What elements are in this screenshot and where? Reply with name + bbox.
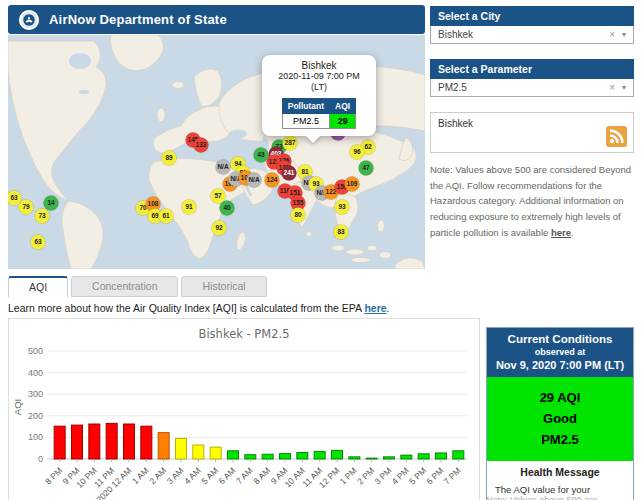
tab-bar: AQIConcentrationHistorical [8, 276, 267, 298]
world-map[interactable]: 63791473631451338970108696191924057102N/… [8, 35, 425, 269]
x-tick-label: 8 PM [43, 465, 64, 486]
learn-more-text: Learn more about how the Air Quality Ind… [8, 302, 390, 314]
aqi-marker[interactable]: N/A [247, 173, 262, 188]
aqi-marker[interactable]: 124 [265, 173, 280, 188]
x-tick-label: 5 PM [407, 465, 428, 486]
parameter-select[interactable]: PM2.5 × ▾ [430, 79, 634, 97]
bar [228, 451, 239, 459]
x-tick-label: 2 PM [355, 465, 376, 486]
bar [297, 453, 308, 459]
airnow-dos-page: AirNow Department of State [0, 0, 641, 500]
x-tick-label: 6 AM [217, 465, 238, 486]
bar [280, 454, 291, 459]
aqi-marker[interactable]: 79 [19, 200, 34, 215]
popup-col-aqi: AQI [330, 98, 356, 113]
note-text: Note: Values above 500 are considered Be… [430, 164, 631, 238]
parameter-select-value: PM2.5 [438, 82, 467, 93]
bar [418, 454, 429, 459]
x-tick-label: 7 AM [234, 465, 255, 486]
aqi-marker[interactable]: 241 [282, 166, 297, 181]
aqi-marker[interactable]: 61 [159, 209, 174, 224]
bar [176, 438, 187, 459]
epa-here-link[interactable]: here [364, 302, 386, 314]
dos-seal-icon [18, 9, 40, 31]
aqi-marker[interactable]: 89 [162, 151, 177, 166]
feed-city-label: Bishkek [438, 118, 473, 129]
bar [384, 457, 395, 459]
y-tick-label: 0 [38, 454, 43, 464]
aqi-marker[interactable]: 14 [44, 196, 59, 211]
aqi-marker[interactable]: 96 [350, 145, 365, 160]
tab-concentration[interactable]: Concentration [71, 276, 178, 297]
popup-lt: (LT) [268, 82, 370, 93]
bar [54, 426, 65, 459]
aqi-marker[interactable]: N/A [216, 160, 231, 175]
bar [124, 424, 135, 459]
y-tick-label: 300 [28, 389, 43, 399]
aqi-marker[interactable]: 80 [291, 208, 306, 223]
y-tick-label: 400 [28, 368, 43, 378]
x-tick-label: 8 AM [251, 465, 272, 486]
bar [193, 445, 204, 459]
map-popup: Bishkek 2020-11-09 7:00 PM (LT) Pollutan… [262, 55, 376, 136]
parameter-panel: Select a Parameter PM2.5 × ▾ [430, 59, 634, 97]
bar [401, 455, 412, 459]
aqi-marker[interactable]: 287 [283, 136, 298, 151]
clear-icon[interactable]: × [609, 29, 615, 40]
note-here-link[interactable]: here [551, 227, 571, 238]
y-tick-label: 500 [28, 346, 43, 356]
tab-historical[interactable]: Historical [181, 276, 266, 297]
aqi-marker[interactable]: 133 [194, 138, 209, 153]
bar [245, 455, 256, 459]
y-tick-label: 100 [28, 432, 43, 442]
health-message-title: Health Message [495, 466, 625, 478]
x-tick-label: 7 PM [442, 465, 463, 486]
aqi-marker[interactable]: 83 [334, 225, 349, 240]
popup-table: Pollutant AQI PM2.5 29 [282, 98, 356, 129]
x-tick-label: 1 AM [130, 465, 151, 486]
aqi-marker[interactable]: 109 [345, 177, 360, 192]
bar [314, 451, 325, 459]
current-conditions-panel: Current Conditions observed at Nov 9, 20… [486, 327, 634, 500]
city-feed-box: Bishkek [430, 112, 634, 153]
x-tick-label: 6 PM [424, 465, 445, 486]
aqi-chart-card: Bishkek - PM2.5 AQI 01002003004005008 PM… [8, 318, 480, 500]
bar [436, 453, 447, 459]
aqi-marker[interactable]: 40 [220, 201, 235, 216]
observed-at-label: observed at [491, 347, 629, 357]
aqi-parameter: PM2.5 [491, 430, 629, 451]
chart-svg: AQI 01002003004005008 PM9 PM10 PM11 PM20… [9, 341, 479, 500]
bar [262, 454, 273, 459]
learn-more-suffix: . [387, 302, 390, 314]
page-title: AirNow Department of State [49, 12, 227, 27]
popup-datetime: 2020-11-09 7:00 PM [268, 71, 370, 82]
chart-title: Bishkek - PM2.5 [9, 327, 479, 341]
aqi-marker[interactable]: 73 [35, 209, 50, 224]
popup-city: Bishkek [268, 60, 370, 71]
x-tick-label: 3 PM [372, 465, 393, 486]
popup-pollutant-cell: PM2.5 [282, 113, 329, 128]
x-tick-label: 4 PM [390, 465, 411, 486]
aqi-category: Good [491, 409, 629, 430]
city-select[interactable]: Bishkek × ▾ [430, 26, 634, 44]
aqi-marker[interactable]: 92 [212, 221, 227, 236]
bar [332, 450, 343, 459]
bar [106, 423, 117, 459]
aqi-marker[interactable]: 91 [182, 200, 197, 215]
aqi-value-cell: 29 [330, 113, 356, 128]
aqi-marker[interactable]: 93 [335, 200, 350, 215]
x-tick-label: 1 PM [338, 465, 359, 486]
rss-icon[interactable] [606, 126, 627, 147]
current-conditions-title: Current Conditions [491, 333, 629, 345]
clear-icon[interactable]: × [609, 82, 615, 93]
bar [158, 433, 169, 459]
observed-at-datetime: Nov 9, 2020 7:00 PM (LT) [491, 359, 629, 371]
aqi-marker[interactable]: 57 [211, 189, 226, 204]
y-tick-label: 200 [28, 411, 43, 421]
current-conditions-status: 29 AQI Good PM2.5 [487, 377, 633, 461]
city-panel-header: Select a City [430, 6, 634, 26]
aqi-marker[interactable]: 47 [359, 161, 374, 176]
tab-aqi[interactable]: AQI [8, 276, 68, 298]
aqi-marker[interactable]: 63 [31, 235, 46, 250]
bar [349, 457, 360, 459]
